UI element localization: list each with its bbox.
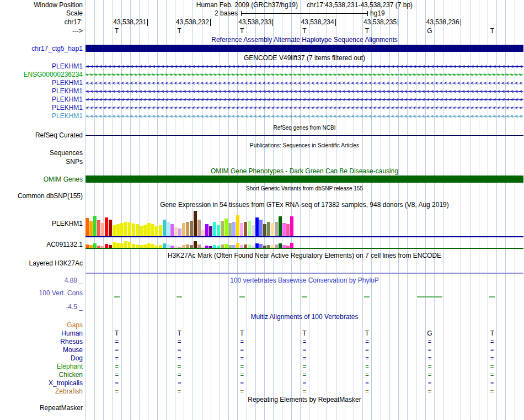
gtex-bar	[105, 244, 108, 248]
aligned-base: T	[110, 329, 124, 338]
gtex-bar	[136, 224, 139, 236]
gene-row: PLEKHM1<<<<<<<<<<<<<<<<<<<<<<<<<<<<<<<<<…	[0, 79, 524, 87]
refseq-title: RefSeq genes from NCBI	[85, 124, 523, 132]
alignment-gap-mark: =	[360, 387, 373, 396]
alignment-gap-mark: =	[360, 379, 373, 387]
sequences-label[interactable]: Sequences	[0, 149, 83, 157]
gtex-bar	[147, 223, 151, 236]
gtex-plekhm1-label[interactable]: PLEKHM1	[0, 220, 83, 228]
gtex-bar	[248, 221, 251, 236]
gtex-bar	[252, 225, 255, 236]
gtex-bar	[163, 220, 166, 236]
omim-bar[interactable]	[85, 176, 523, 183]
gtex-bar	[167, 222, 170, 236]
haplotype-bar[interactable]	[85, 45, 523, 52]
multiz-row: Rhesus=======	[0, 338, 524, 346]
phylop-track-label[interactable]: 100 Vert. Cons	[0, 289, 83, 297]
refseq-curated-label[interactable]: RefSeq Curated	[0, 131, 83, 140]
h3k27ac-label[interactable]: Layered H3K27Ac	[0, 259, 83, 268]
species-label[interactable]: Mouse	[0, 346, 83, 354]
species-label[interactable]: Gaps	[0, 321, 83, 329]
window-position-label: Window Position	[0, 1, 83, 9]
base-letter: T	[236, 27, 249, 35]
omim-genes-label[interactable]: OMIM Genes	[0, 176, 83, 184]
species-label[interactable]: Dog	[0, 354, 83, 363]
repeatmasker-label[interactable]: RepeatMasker	[0, 404, 83, 412]
species-label[interactable]: X_tropicalis	[0, 379, 83, 387]
alignment-gap-mark: =	[360, 354, 373, 363]
multiz-row: Gaps	[0, 321, 524, 329]
alignment-gap-mark: =	[110, 379, 124, 387]
position-label: chr17:43,538,231-43,538,237 (7 bp)	[307, 1, 413, 9]
gene-row: PLEKHM1<<<<<<<<<<<<<<<<<<<<<<<<<<<<<<<<<…	[0, 95, 524, 104]
alignment-row: =======	[85, 346, 523, 354]
gene-row: PLEKHM1<<<<<<<<<<<<<<<<<<<<<<<<<<<<<<<<<…	[0, 112, 524, 120]
species-label[interactable]: Zebrafish	[0, 387, 83, 396]
aligned-base: T	[485, 329, 499, 338]
alignment-gap-mark: =	[423, 371, 436, 379]
species-label[interactable]: Chicken	[0, 371, 83, 379]
gtex-bar	[128, 242, 131, 248]
gtex-bar	[120, 223, 124, 236]
phylop-max-label: 4.88 _	[0, 277, 83, 285]
alignment-gap-mark: =	[360, 371, 373, 379]
gene-label[interactable]: ENSG00000236234	[0, 71, 83, 79]
gene-label[interactable]: PLEKHM1	[0, 79, 83, 87]
gtex-bar	[105, 217, 108, 236]
gene-label[interactable]: PLEKHM1	[0, 104, 83, 112]
gtex-title: Gene Expression in 54 tissues from GTEx …	[85, 201, 523, 209]
gtex-bar	[155, 226, 158, 236]
alignment-gap-mark: =	[298, 371, 311, 379]
genome-browser: Window Position Human Feb. 2009 (GRCh37/…	[0, 0, 524, 420]
gtex-bar	[93, 216, 97, 236]
gtex-bar	[194, 241, 197, 248]
gtex-bar	[244, 222, 247, 236]
gtex-bar	[217, 225, 220, 236]
gtex-bar	[85, 218, 89, 236]
alignment-gap-mark: =	[423, 346, 436, 354]
alignment-gap-mark: =	[110, 338, 124, 346]
alignment-gap-mark: =	[173, 363, 186, 371]
gencode-rows: PLEKHM1<<<<<<<<<<<<<<<<<<<<<<<<<<<<<<<<<…	[0, 62, 524, 120]
base-letter: T	[485, 27, 499, 35]
gtex-ac091132-label[interactable]: AC091132.1	[0, 241, 83, 249]
gtex-ac091132-baseline	[85, 248, 523, 249]
species-label[interactable]: Human	[0, 329, 83, 338]
haplotype-track-label[interactable]: chr17_ctg5_hap1	[0, 45, 83, 53]
gtex-bar	[221, 221, 224, 236]
coordinate-label: 43,538,235	[363, 19, 398, 26]
gene-row: ENSG00000236234>>>>>>>>>>>>>>>>>>>>>>>>>…	[0, 71, 524, 79]
species-label[interactable]: Rhesus	[0, 338, 83, 346]
gtex-bar	[113, 225, 116, 236]
gene-model: <<<<<<<<<<<<<<<<<<<<<<<<<<<<<<<<<<<<<<<<…	[85, 112, 523, 120]
alignment-row	[85, 321, 523, 329]
alignment-gap-mark: =	[298, 354, 311, 363]
alignment-gap-mark: =	[360, 363, 373, 371]
gtex-bar	[236, 243, 239, 248]
base-letter: T	[173, 27, 186, 35]
dbsnp-label[interactable]: Common dbSNP(155)	[0, 192, 83, 200]
alignment-gap-mark: =	[485, 363, 499, 371]
gtex-bar	[89, 221, 93, 236]
multiz-row: Chicken=======	[0, 371, 524, 379]
multiz-row: Elephant=======	[0, 363, 524, 371]
alignment-row: =======	[85, 338, 523, 346]
snps-label[interactable]: SNPs	[0, 158, 83, 166]
gtex-bar	[213, 222, 216, 236]
gene-model: <<<<<<<<<<<<<<<<<<<<<<<<<<<<<<<<<<<<<<<<…	[85, 62, 523, 71]
gene-label[interactable]: PLEKHM1	[0, 95, 83, 104]
gtex-bar	[240, 223, 243, 236]
gene-model: <<<<<<<<<<<<<<<<<<<<<<<<<<<<<<<<<<<<<<<<…	[85, 104, 523, 112]
multiz-row: Dog=======	[0, 354, 524, 363]
gene-label[interactable]: PLEKHM1	[0, 87, 83, 95]
gtex-bar	[224, 244, 228, 248]
gene-row: PLEKHM1<<<<<<<<<<<<<<<<<<<<<<<<<<<<<<<<<…	[0, 62, 524, 71]
gene-label[interactable]: PLEKHM1	[0, 112, 83, 120]
alignment-row: =======	[85, 371, 523, 379]
gtex-bar	[275, 222, 278, 236]
gene-label[interactable]: PLEKHM1	[0, 62, 83, 71]
alignment-gap-mark: =	[110, 354, 124, 363]
base-letter: T	[110, 27, 124, 35]
alignment-gap-mark: =	[423, 354, 436, 363]
species-label[interactable]: Elephant	[0, 363, 83, 371]
